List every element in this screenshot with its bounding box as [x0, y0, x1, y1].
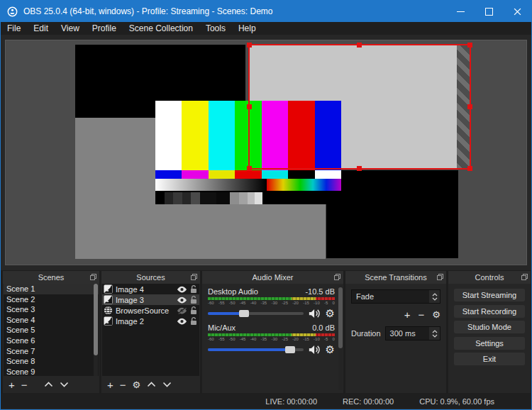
sources-panel: Sources Image 4 Image 3 B [101, 271, 200, 393]
scene-list-item[interactable]: Scene 3 [4, 304, 99, 315]
speaker-icon[interactable] [309, 309, 321, 318]
color-bars-gradients [155, 179, 341, 191]
start-streaming-button[interactable]: Start Streaming [454, 289, 525, 301]
lock-open-icon[interactable] [190, 296, 197, 304]
menu-view[interactable]: View [55, 22, 86, 35]
image-source-icon [104, 316, 113, 326]
menu-tools[interactable]: Tools [199, 22, 232, 35]
selection-handle-mid-right[interactable] [467, 104, 472, 109]
meter-scale: -60-55-50-45-40-35-30-25-20-15-10-50 [208, 337, 335, 341]
source-label: Image 3 [116, 296, 174, 304]
remove-scene-button[interactable]: − [21, 379, 28, 390]
source-row-selected[interactable]: Image 3 [102, 294, 199, 305]
dock-float-icon[interactable] [90, 274, 96, 280]
scene-list-item[interactable]: Scene 8 [4, 356, 99, 367]
menu-edit[interactable]: Edit [27, 22, 55, 35]
minimize-icon [457, 11, 465, 12]
sources-panel-title: Sources [136, 273, 165, 282]
move-scene-up-button[interactable] [44, 382, 53, 387]
transition-select-arrows [429, 290, 440, 303]
controls-panel: Controls Start Streaming Start Recording… [448, 271, 531, 393]
mixer-scrollbar[interactable] [338, 285, 343, 390]
transition-select[interactable]: Fade [351, 289, 440, 304]
add-transition-button[interactable]: + [404, 309, 411, 320]
source-row[interactable]: Image 2 [102, 316, 199, 326]
studio-mode-button[interactable]: Studio Mode [454, 321, 525, 333]
visibility-eye-icon[interactable] [177, 318, 187, 325]
selection-handle-bottom-right[interactable] [467, 166, 472, 171]
dock-float-icon[interactable] [437, 274, 443, 280]
menu-scene-collection[interactable]: Scene Collection [123, 22, 199, 35]
scene-list-item[interactable]: Scene 1 [4, 284, 99, 294]
add-source-button[interactable]: + [107, 379, 113, 390]
channel-settings-gear-icon[interactable]: ⚙ [326, 344, 335, 355]
obs-main-window: OBS 25.0.4 (64-bit, windows) - Profile: … [0, 0, 532, 410]
mixer-channel-mic-aux: Mic/Aux 0.0 dB -60-55-50-45-40-35-30-25-… [208, 323, 335, 355]
selection-handle-mid-left[interactable] [247, 104, 252, 109]
preview-canvas[interactable] [5, 40, 527, 265]
maximize-button[interactable] [475, 1, 503, 22]
selection-handle-top-center[interactable] [357, 43, 362, 48]
settings-button[interactable]: Settings [454, 337, 525, 350]
visibility-eye-icon[interactable] [177, 297, 187, 304]
move-source-up-button[interactable] [147, 382, 156, 387]
volume-slider-handle[interactable] [285, 346, 295, 353]
channel-settings-gear-icon[interactable]: ⚙ [326, 308, 335, 318]
scene-list-item[interactable]: Scene 4 [4, 315, 99, 326]
dock-float-icon[interactable] [191, 274, 197, 280]
source-row[interactable]: BrowserSource [102, 305, 199, 316]
scene-list-item[interactable]: Scene 2 [4, 294, 99, 305]
scenes-panel-title: Scenes [38, 273, 65, 282]
menu-profile[interactable]: Profile [86, 22, 123, 35]
duration-spin-arrows[interactable] [429, 327, 440, 340]
transition-properties-gear-icon[interactable]: ⚙ [432, 309, 440, 320]
canvas-black-region-bottom-right[interactable] [326, 170, 458, 258]
channel-level-db: 0.0 dB [312, 323, 335, 332]
source-row[interactable]: Image 4 [102, 284, 199, 294]
selection-handle-bottom-left[interactable] [247, 166, 252, 171]
duration-spinbox[interactable]: 300 ms [385, 326, 440, 340]
source-properties-gear-icon[interactable]: ⚙ [133, 379, 141, 390]
add-scene-button[interactable]: + [9, 379, 15, 390]
scene-list-item[interactable]: Scene 9 [4, 367, 99, 376]
menu-help[interactable]: Help [232, 22, 262, 35]
speaker-icon[interactable] [309, 345, 321, 355]
remove-source-button[interactable]: − [120, 379, 126, 390]
sources-list: Image 4 Image 3 BrowserSource [102, 284, 199, 376]
move-scene-down-button[interactable] [60, 382, 69, 387]
scenes-list: Scene 1 Scene 2 Scene 3 Scene 4 Scene 5 … [4, 284, 99, 376]
selection-handle-top-left[interactable] [247, 43, 252, 48]
remove-transition-button[interactable]: − [419, 309, 425, 320]
close-button[interactable] [503, 1, 531, 22]
image-source-icon [104, 295, 113, 304]
scenes-scrollbar[interactable] [94, 284, 98, 376]
volume-slider[interactable] [208, 312, 304, 315]
lock-open-icon[interactable] [190, 285, 197, 294]
selection-handle-top-right[interactable] [467, 43, 472, 48]
audio-mixer-panel: Audio Mixer Desktop Audio -10.5 dB -60-5… [202, 271, 343, 393]
lock-open-icon[interactable] [190, 317, 197, 326]
move-source-down-button[interactable] [162, 382, 172, 387]
selection-outline[interactable] [248, 44, 471, 170]
audio-mixer-header: Audio Mixer [202, 271, 343, 284]
cpu-fps: CPU: 0.9%, 60.00 fps [419, 397, 494, 406]
volume-slider[interactable] [208, 348, 304, 351]
dock-float-icon[interactable] [521, 274, 528, 280]
scene-list-item[interactable]: Scene 5 [4, 325, 99, 336]
selection-handle-bottom-center[interactable] [357, 166, 362, 171]
image-source-icon [104, 284, 113, 294]
status-bar: LIVE: 00:00:00 REC: 00:00:00 CPU: 0.9%, … [1, 394, 531, 409]
volume-slider-handle[interactable] [239, 310, 249, 317]
menu-file[interactable]: File [1, 22, 27, 35]
dock-float-icon[interactable] [334, 274, 340, 280]
exit-button[interactable]: Exit [454, 353, 525, 365]
scenes-toolbar: + − [3, 376, 99, 393]
scene-transitions-panel: Scene Transitions Fade + − ⚙ Durat [345, 271, 446, 393]
scene-list-item[interactable]: Scene 6 [4, 336, 99, 346]
visibility-eye-icon[interactable] [177, 286, 187, 293]
lock-open-icon[interactable] [190, 306, 197, 315]
start-recording-button[interactable]: Start Recording [454, 305, 525, 318]
visibility-eye-off-icon[interactable] [177, 307, 187, 314]
minimize-button[interactable] [446, 1, 475, 22]
scene-list-item[interactable]: Scene 7 [4, 346, 99, 357]
